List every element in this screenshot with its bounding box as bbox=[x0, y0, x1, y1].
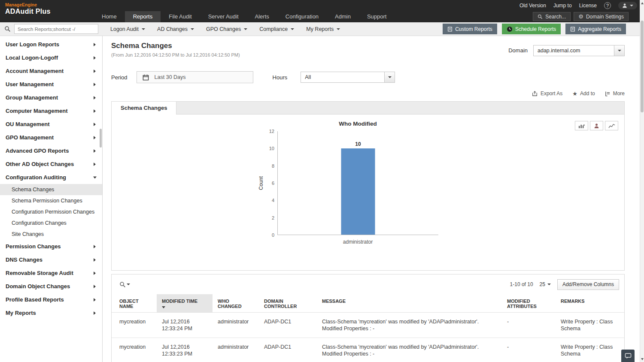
menu-label: GPO Changes bbox=[206, 26, 241, 32]
sidebar-item-ou-management[interactable]: OU Management bbox=[0, 118, 102, 131]
chevron-right-icon bbox=[94, 109, 96, 113]
sidebar-item-user-logon-reports[interactable]: User Logon Reports bbox=[0, 38, 102, 51]
sidebar-subitem-configuration-permission-changes[interactable]: Configuration Permission Changes bbox=[0, 206, 102, 217]
aggregate-reports-button[interactable]: Aggregate Reports bbox=[565, 24, 626, 34]
sidebar-item-my-reports[interactable]: My Reports bbox=[0, 306, 102, 320]
select-arrow[interactable] bbox=[384, 72, 395, 82]
sidebar-item-configuration-auditing[interactable]: Configuration Auditing bbox=[0, 171, 102, 184]
report-actions: Export As ★ Add to More bbox=[111, 90, 625, 97]
help-icon[interactable]: ? bbox=[604, 2, 611, 9]
table-row[interactable]: mycreation Jul 12,2016 12:33:24 PM admin… bbox=[112, 313, 624, 338]
sidebar-item-group-management[interactable]: Group Management bbox=[0, 91, 102, 104]
more-button[interactable]: More bbox=[605, 90, 625, 97]
sidebar-item-permission-changes[interactable]: Permission Changes bbox=[0, 240, 102, 253]
menu-label: My Reports bbox=[306, 26, 334, 32]
scroll-down-arrow[interactable] bbox=[640, 356, 644, 362]
menu-gpo-changes[interactable]: GPO Changes bbox=[200, 22, 253, 36]
sidebar-subitem-schema-permission-changes[interactable]: Schema Permission Changes bbox=[0, 195, 102, 206]
user-menu-button[interactable] bbox=[618, 2, 637, 9]
nav-tab-file-audit[interactable]: File Audit bbox=[161, 11, 200, 22]
select-arrow[interactable] bbox=[614, 45, 624, 56]
sidebar-item-label: Account Management bbox=[6, 68, 64, 74]
sidebar-item-other-ad-object-changes[interactable]: Other AD Object Changes bbox=[0, 157, 102, 171]
search-button[interactable]: Search... bbox=[533, 12, 571, 21]
table-row[interactable]: mycreation Jul 12,2016 12:33:23 PM admin… bbox=[112, 338, 624, 362]
scroll-up-arrow[interactable] bbox=[640, 0, 644, 6]
license-link[interactable]: License bbox=[579, 3, 597, 9]
brand-logo[interactable]: ManageEngine ADAudit Plus bbox=[5, 2, 51, 15]
hours-select[interactable]: All bbox=[301, 72, 395, 83]
search-icon bbox=[119, 281, 126, 288]
sidebar-item-domain-object-changes[interactable]: Domain Object Changes bbox=[0, 280, 102, 293]
vertical-scrollbar[interactable] bbox=[640, 0, 644, 362]
nav-tab-configuration[interactable]: Configuration bbox=[277, 11, 327, 22]
page-size-select[interactable]: 25 bbox=[540, 281, 551, 287]
report-search-input[interactable] bbox=[14, 24, 98, 34]
bar-value-label: 10 bbox=[355, 141, 361, 147]
nav-tab-support[interactable]: Support bbox=[359, 11, 395, 22]
menu-logon-audit[interactable]: Logon Audit bbox=[104, 22, 151, 36]
add-remove-columns-button[interactable]: Add/Remove Columns bbox=[557, 279, 619, 290]
tab-schema-changes[interactable]: Schema Changes bbox=[112, 102, 176, 115]
column-header-modified-attributes[interactable]: MODIFIED ATTRIBUTES bbox=[502, 294, 556, 313]
column-header-object-name[interactable]: OBJECT NAME bbox=[112, 294, 157, 313]
sidebar-item-label: User Management bbox=[6, 81, 54, 87]
chevron-right-icon bbox=[94, 83, 96, 86]
line-chart-view-button[interactable] bbox=[605, 121, 618, 130]
chevron-down-icon bbox=[618, 50, 621, 51]
column-header-modified-time[interactable]: MODIFIED TIME bbox=[157, 294, 213, 313]
chart-bar[interactable] bbox=[341, 148, 375, 235]
domain-settings-label: Domain Settings bbox=[586, 14, 624, 20]
sidebar-collapse-handle[interactable] bbox=[100, 129, 102, 148]
chevron-right-icon bbox=[94, 56, 96, 60]
domain-settings-button[interactable]: ⚙ Domain Settings bbox=[574, 12, 629, 21]
column-header-who-changed[interactable]: WHO CHANGED bbox=[213, 294, 259, 313]
chevron-down-icon bbox=[93, 176, 97, 178]
add-to-button[interactable]: ★ Add to bbox=[572, 90, 595, 97]
old-version-link[interactable]: Old Version bbox=[519, 3, 546, 9]
jump-to-link[interactable]: Jump to bbox=[553, 3, 572, 9]
chart-title: Who Modified bbox=[277, 121, 438, 127]
sidebar-item-dns-changes[interactable]: DNS Changes bbox=[0, 253, 102, 266]
menu-ad-changes[interactable]: AD Changes bbox=[151, 22, 200, 36]
nav-tab-home[interactable]: Home bbox=[94, 11, 125, 22]
sidebar-item-account-management[interactable]: Account Management bbox=[0, 64, 102, 78]
report-tab-bar: Schema Changes bbox=[112, 102, 624, 115]
menu-compliance[interactable]: Compliance bbox=[253, 22, 300, 36]
column-header-remarks[interactable]: REMARKS bbox=[556, 294, 624, 313]
chevron-down-icon bbox=[547, 284, 551, 285]
sidebar-subitem-schema-changes[interactable]: Schema Changes bbox=[0, 184, 102, 195]
cell-who-changed: administrator bbox=[213, 338, 259, 362]
sidebar-item-removable-storage-audit[interactable]: Removable Storage Audit bbox=[0, 266, 102, 280]
sidebar-item-user-management[interactable]: User Management bbox=[0, 78, 102, 91]
domain-select[interactable]: adap.internal.com bbox=[533, 45, 625, 56]
menu-my-reports[interactable]: My Reports bbox=[300, 22, 346, 36]
nav-tab-alerts[interactable]: Alerts bbox=[247, 11, 277, 22]
chevron-down-icon bbox=[337, 28, 340, 30]
line-chart-icon bbox=[608, 123, 615, 129]
sidebar-item-advanced-gpo-reports[interactable]: Advanced GPO Reports bbox=[0, 144, 102, 157]
custom-reports-button[interactable]: Custom Reports bbox=[443, 24, 497, 34]
cell-who-changed: administrator bbox=[213, 313, 259, 338]
table-search-button[interactable] bbox=[119, 281, 130, 288]
user-summary-view-button[interactable] bbox=[590, 121, 603, 130]
sidebar-item-profile-based-reports[interactable]: Profile Based Reports bbox=[0, 293, 102, 306]
nav-tab-admin[interactable]: Admin bbox=[327, 11, 359, 22]
sidebar-item-gpo-management[interactable]: GPO Management bbox=[0, 131, 102, 144]
column-header-domain-controller[interactable]: DOMAIN CONTROLLER bbox=[259, 294, 317, 313]
schedule-reports-button[interactable]: Schedule Reports bbox=[502, 24, 561, 34]
bar-chart-view-button[interactable] bbox=[575, 121, 588, 130]
scrollbar-thumb[interactable] bbox=[641, 21, 644, 112]
period-picker[interactable]: Last 30 Days bbox=[137, 71, 253, 83]
export-as-button[interactable]: Export As bbox=[532, 90, 562, 97]
arrow-up-icon bbox=[641, 2, 644, 4]
sidebar-item-local-logon-logoff[interactable]: Local Logon-Logoff bbox=[0, 51, 102, 64]
nav-tab-server-audit[interactable]: Server Audit bbox=[200, 11, 247, 22]
column-header-message[interactable]: MESSAGE bbox=[317, 294, 502, 313]
sidebar-subitem-site-changes[interactable]: Site Changes bbox=[0, 229, 102, 240]
report-icon bbox=[570, 27, 575, 32]
nav-tab-reports[interactable]: Reports bbox=[125, 11, 161, 22]
sidebar-item-computer-management[interactable]: Computer Management bbox=[0, 104, 102, 118]
sidebar-subitem-configuration-changes[interactable]: Configuration Changes bbox=[0, 217, 102, 229]
feedback-chat-button[interactable] bbox=[621, 350, 635, 362]
